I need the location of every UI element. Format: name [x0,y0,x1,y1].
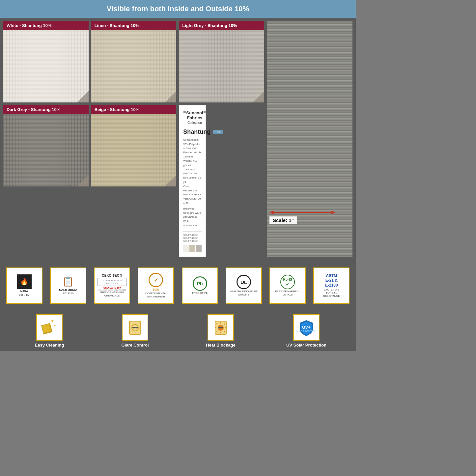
right-panel: Scale: 1" [267,21,352,257]
california-title: CALIFORNIA [59,288,77,292]
glare-control-label: Glare Control [121,343,149,348]
label-badge: 10% [213,130,223,134]
right-texture-panel: Scale: 1" [267,21,352,257]
label-card: ⬤ Suncool Fabrics Collection ⬤ Shantung … [179,105,206,257]
label-codes: SC-T7-100# SC-T7-100# SC-T7-100# [183,231,201,242]
cert-ul: UL HEALTHY INDOOR AIR QUALITY [226,267,262,304]
ul-sub: HEALTHY INDOOR AIR QUALITY [229,290,259,296]
oeko-sub: FREE OF HARMFUL CHEMICALS [97,291,127,297]
feature-easy-cleaning: ✦ ✦ · Easy Cleaning [12,314,87,348]
svg-marker-2 [331,210,335,214]
swatch-beige-label: Beige - Shantung 10% [91,105,177,114]
label-brand: Suncool Fabrics [186,110,203,120]
swatch-dark-grey-fabric [3,114,89,186]
main-container: Visible from both Inside and Outside 10%… [0,0,356,351]
ul-icon: UL [237,275,251,289]
scale-label: Scale: 1" [269,216,297,224]
svg-text:·: · [51,318,52,321]
oeko-icon: OEKO-TEX ® CONFIDENCE IN TEXTILES STANDA… [97,274,127,291]
astm-icon: ASTME-21 &E-2180 [325,273,338,288]
feature-uv-solar: UV+ SOLAR PROTECTION UV Solar Protection [269,314,344,348]
swatch-linen: Linen - Shantung 10% [91,21,177,102]
swatch-beige: Beige - Shantung 10% [91,105,177,257]
cert-pb: Pb FREE OF Pb [182,267,218,304]
svg-rect-29 [218,327,221,328]
sgs-icon: ✓ [149,273,163,287]
svg-text:UV+: UV+ [302,325,311,330]
california-icon: 📋 [62,276,74,287]
astm-sub: BACTERIA & FUNGAL RESISTANCE [323,288,340,298]
cert-oeko: OEKO-TEX ® CONFIDENCE IN TEXTILES STANDA… [94,267,130,304]
uv-solar-label: UV Solar Protection [286,343,326,348]
california-sub: TITLE 19 [63,292,73,295]
glare-control-icon [125,318,145,337]
swatches-grid: White - Shantung 10% Linen - Shantung 10… [0,18,356,260]
feature-glare-control: Glare Control [98,314,173,348]
swatch-white-label: White - Shantung 10% [3,21,89,30]
label-detail: Composition: 30% Polyester + 70% PVC Fin… [183,138,201,228]
swatch-light-grey-label: Light Grey - Shantung 10% [179,21,264,30]
cert-astm: ASTME-21 &E-2180 BACTERIA & FUNGAL RESIS… [313,267,350,304]
pb-sub: FREE OF Pb [192,292,208,295]
svg-marker-1 [269,210,274,214]
cert-row: 🔥 NFPA 701 - TM 📋 CALIFORNIA TITLE 19 OE… [3,264,352,307]
swatch-dark-grey-label: Dark Grey - Shantung 10% [3,105,89,114]
heat-blockage-icon [211,318,231,337]
swatch-dark-grey: Dark Grey - Shantung 10% [3,105,89,257]
uv-protection-icon: UV+ SOLAR PROTECTION [296,318,316,337]
pb-icon: Pb [193,276,207,291]
nfpa-title: NFPA [20,290,28,294]
swatch-linen-label: Linen - Shantung 10% [91,21,177,30]
rohs-icon: RoHS ✓ [280,275,295,289]
heat-blockage-label: Heat Blockage [206,343,236,348]
swatch-white: White - Shantung 10% [3,21,89,102]
sgs-sub: ENVIRONMENTAL MANAGEMENT [141,292,171,298]
label-subtitle: Collection [186,121,203,125]
easy-cleaning-label: Easy Cleaning [35,343,64,348]
header-banner: Visible from both Inside and Outside 10% [0,0,356,18]
nfpa-icon-box: 🔥 [17,274,32,290]
scale-indicator: Scale: 1" [269,209,350,224]
svg-text:✦: ✦ [53,324,56,327]
rohs-sub: FREE OF HARMFUL METALS [273,290,302,296]
heat-blockage-icon-box [208,314,234,341]
easy-cleaning-icon-box: ✦ ✦ · [36,314,63,341]
cert-sgs: ✓ SGS ENVIRONMENTAL MANAGEMENT [138,267,174,304]
feature-heat-blockage: Heat Blockage [183,314,259,348]
swatch-light-grey: Light Grey - Shantung 10% [179,21,264,102]
svg-text:SOLAR PROTECTION: SOLAR PROTECTION [296,330,316,332]
nfpa-sub: 701 - TM [19,294,30,297]
glare-control-icon-box [122,314,148,341]
cert-california: 📋 CALIFORNIA TITLE 19 [50,267,86,304]
easy-cleaning-icon: ✦ ✦ · [40,318,59,337]
features-section: ✦ ✦ · Easy Cleaning [0,311,356,351]
page-title: Visible from both Inside and Outside 10% [7,5,349,13]
label-product: Shantung [183,128,210,135]
sgs-name: SGS [153,288,159,291]
svg-rect-16 [135,327,138,328]
fire-icon: 🔥 [17,274,32,289]
cert-nfpa: 🔥 NFPA 701 - TM [6,267,42,304]
swatch-beige-fabric [91,114,177,186]
swatch-linen-fabric [91,30,177,102]
scale-arrow-icon [269,209,335,216]
svg-rect-30 [221,327,223,328]
svg-rect-15 [132,327,135,328]
label-swatches [183,245,201,252]
certifications-section: 🔥 NFPA 701 - TM 📋 CALIFORNIA TITLE 19 OE… [0,260,356,311]
cert-rohs: RoHS ✓ FREE OF HARMFUL METALS [269,267,306,304]
swatch-white-fabric [3,30,89,102]
uv-solar-icon-box: UV+ SOLAR PROTECTION [293,314,320,341]
swatch-light-grey-fabric [179,30,264,102]
